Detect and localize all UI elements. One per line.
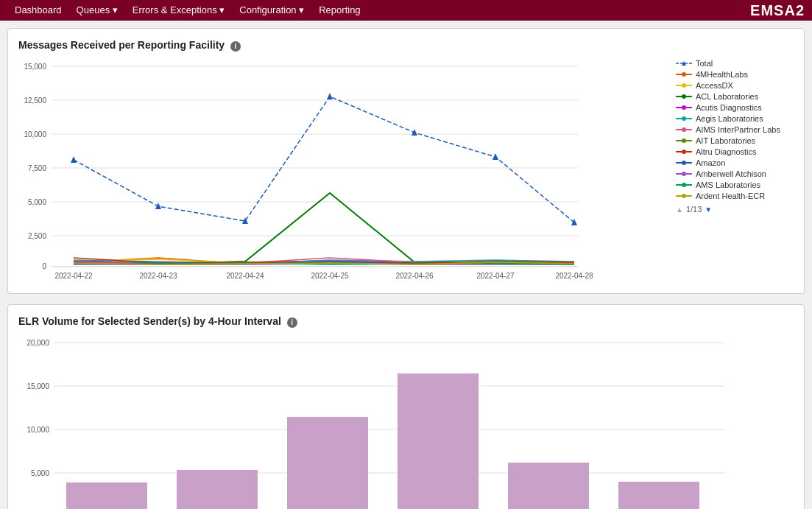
svg-text:2,500: 2,500: [28, 232, 46, 240]
svg-point-31: [682, 72, 686, 77]
svg-point-53: [682, 194, 686, 198]
svg-text:2022-04-23: 2022-04-23: [139, 272, 177, 280]
legend-acutis: Acutis Diagnostics: [676, 103, 794, 112]
svg-point-45: [682, 150, 686, 154]
svg-text:2022-04-24: 2022-04-24: [226, 272, 264, 280]
legend-ait: AIT Laboratories: [676, 136, 794, 145]
nav-errors[interactable]: Errors & Exceptions ▾: [125, 0, 233, 21]
chart2-panel: ELR Volume for Selected Sender(s) by 4-H…: [7, 304, 805, 509]
bar-1620: [508, 463, 589, 509]
chart1-panel: Messages Received per Reporting Facility…: [7, 28, 805, 294]
svg-text:2022-04-25: 2022-04-25: [311, 272, 349, 280]
svg-marker-26: [493, 153, 498, 160]
svg-marker-24: [327, 93, 333, 99]
svg-point-35: [682, 94, 686, 99]
legend-accessdx: AccessDX: [676, 81, 794, 90]
svg-text:20,000: 20,000: [27, 339, 49, 347]
chart1-legend: Total 4MHealthLabs AccessDX ACL Laborato…: [676, 59, 794, 287]
svg-point-33: [682, 83, 686, 88]
svg-text:5,000: 5,000: [31, 469, 49, 477]
legend-amberwell: Amberwell Atchison: [676, 169, 794, 178]
chart1-info-icon[interactable]: i: [230, 41, 241, 52]
nav-queues[interactable]: Queues ▾: [69, 0, 125, 21]
svg-point-43: [682, 138, 686, 143]
chart2-svg-area: 20,000 15,000 10,000 5,000 0: [18, 335, 794, 509]
chart1-svg: 15,000 12,500 10,000 7,500 5,000 2,500 0: [18, 59, 593, 287]
nav-reporting[interactable]: Reporting: [311, 0, 367, 21]
nav-dashboard[interactable]: Dashboard: [7, 0, 69, 21]
svg-text:2022-04-22: 2022-04-22: [54, 272, 93, 280]
legend-amazon: Amazon: [676, 158, 794, 167]
legend-4mhealth: 4MHealthLabs: [676, 70, 794, 79]
chart2-svg: 20,000 15,000 10,000 5,000 0: [18, 335, 740, 509]
svg-marker-22: [155, 203, 161, 209]
svg-text:2022-04-26: 2022-04-26: [395, 272, 434, 280]
svg-text:7,500: 7,500: [28, 164, 46, 172]
nav-configuration[interactable]: Configuration ▾: [232, 0, 311, 21]
svg-marker-21: [71, 156, 77, 163]
legend-acl: ACL Laboratories: [676, 92, 794, 101]
legend-ardent: Ardent Health-ECR: [676, 192, 794, 200]
svg-text:2022-04-27: 2022-04-27: [476, 272, 515, 280]
chart2-info-icon[interactable]: i: [287, 317, 297, 328]
svg-text:15,000: 15,000: [24, 63, 46, 71]
legend-ams: AMS Laboratories: [676, 180, 794, 189]
svg-point-39: [682, 116, 686, 121]
svg-text:2022-04-28: 2022-04-28: [555, 272, 593, 280]
navbar: Dashboard Queues ▾ Errors & Exceptions ▾…: [0, 0, 812, 21]
legend-aegis: Aegis Laboratories: [676, 114, 794, 123]
chart2-title: ELR Volume for Selected Sender(s) by 4-H…: [18, 315, 794, 328]
legend-total: Total: [676, 59, 794, 68]
brand-logo: EMSA2: [750, 2, 805, 19]
svg-text:5,000: 5,000: [28, 198, 46, 206]
chart1-title: Messages Received per Reporting Facility…: [18, 39, 794, 52]
legend-prev-icon[interactable]: ▲: [676, 206, 683, 214]
svg-text:0: 0: [42, 262, 46, 270]
svg-text:15,000: 15,000: [27, 382, 49, 390]
bar-0004: [66, 482, 147, 509]
chart1-acl-line: [74, 193, 574, 264]
chart1-total-line: [74, 96, 574, 222]
svg-point-49: [682, 172, 686, 176]
svg-marker-27: [571, 219, 577, 225]
svg-point-51: [682, 183, 686, 187]
legend-aims: AIMS InterPartner Labs: [676, 125, 794, 134]
svg-text:10,000: 10,000: [27, 426, 49, 434]
svg-point-37: [682, 105, 686, 110]
bar-2024: [618, 482, 699, 509]
svg-text:10,000: 10,000: [24, 130, 46, 138]
bar-1216: [398, 373, 479, 509]
svg-point-41: [682, 127, 686, 132]
svg-point-47: [682, 161, 686, 165]
bar-0812: [287, 417, 368, 509]
legend-next-icon[interactable]: ▼: [705, 206, 712, 214]
chart1-svg-area: 15,000 12,500 10,000 7,500 5,000 2,500 0: [18, 59, 670, 287]
bar-0408: [177, 470, 258, 509]
legend-altru: Altru Diagnostics: [676, 147, 794, 156]
legend-pagination: ▲ 1/13 ▼: [676, 205, 794, 214]
svg-text:12,500: 12,500: [24, 96, 46, 105]
